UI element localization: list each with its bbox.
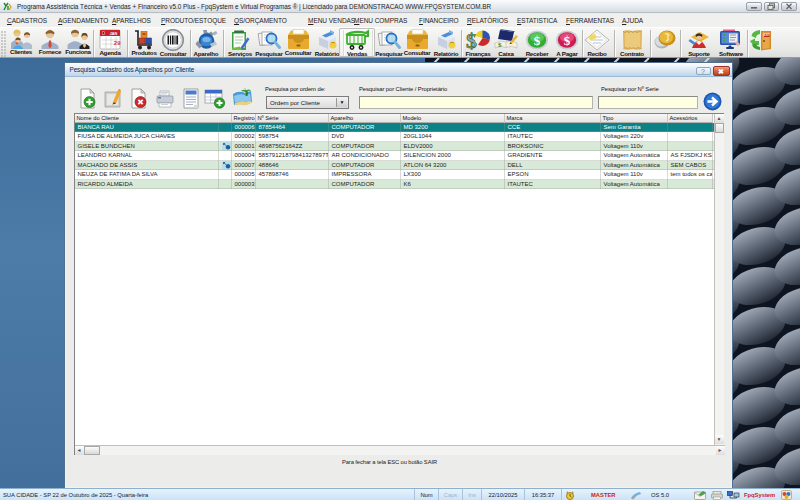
- svg-text:$: $: [564, 33, 571, 48]
- svg-text:29: 29: [114, 40, 121, 46]
- svg-text:JAN: JAN: [110, 32, 118, 36]
- svg-text:$: $: [498, 41, 502, 49]
- svg-text:$: $: [534, 33, 541, 48]
- svg-text:EXIT: EXIT: [763, 33, 770, 37]
